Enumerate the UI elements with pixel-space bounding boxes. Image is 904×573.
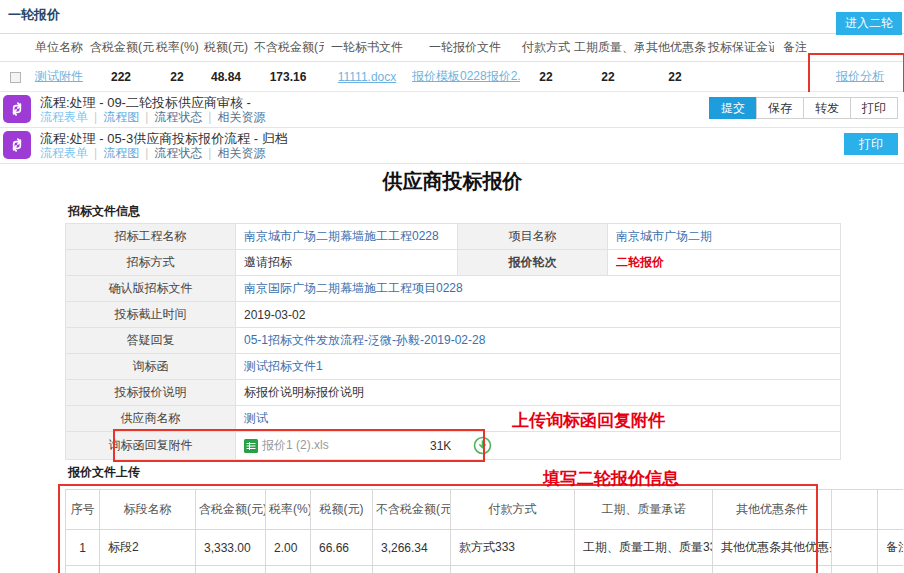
attachment-name[interactable]: 报价1 (2).xls [262,437,430,454]
header-amount-incl-tax: 含税金额(元) [88,34,154,62]
workflow-card-quote: 流程:处理 - 05-3供应商投标报价流程 - 归档 流程表单|流程图|流程状态… [0,128,904,164]
qt-cell-remark: 备注 [878,566,904,573]
qt-cell-spacer [832,530,878,566]
qt-cell-section-name: 标段1 [100,566,196,573]
qt-cell-tax-amount: 66.66 [311,530,373,566]
workflow-card-review: 流程:处理 - 09-二轮投标供应商审核 - 流程表单|流程图|流程状态|相关资… [0,92,904,128]
qt-cell-amount-incl-tax: 3,333,333.00 [196,566,266,573]
download-icon[interactable] [473,436,492,455]
qt-cell-quality-promise: 工期、质量工期、质量3333 [575,530,713,566]
field-value-quote-round: 二轮报价 [608,250,841,276]
qt-cell-index: 1 [66,530,100,566]
header-quality-promise: 工期质量、承诺 [572,34,644,62]
qt-header-tax-amount: 税额(元) [311,490,373,530]
quote-table-row: 2 标段1 3,333,333.00 3.00 99,999.99 3,233,… [66,566,904,573]
qt-cell-payment: 款方式333 [451,530,575,566]
field-label-attachment: 询标函回复附件 [109,438,193,452]
cell-quality-promise: 22 [572,62,644,92]
qt-header-remark [878,490,904,530]
qt-cell-tax-amount: 99,999.99 [311,566,373,573]
row-checkbox[interactable] [10,72,21,83]
field-value-supplier: 测试 [244,411,268,425]
qt-cell-quality-promise: 工期、质量4444 [575,566,713,573]
cell-other-terms: 22 [644,62,706,92]
attachment-size: 31K [430,439,451,453]
field-label-inquiry-letter: 询标函 [66,354,236,380]
field-label-project-name: 项目名称 [458,224,608,250]
workflow-link-diagram[interactable]: 流程图 [103,110,139,124]
header-tax-amount: 税额(元) [200,34,252,62]
cell-tax-rate: 22 [154,62,200,92]
qt-cell-other-terms: 其他优惠条其他优惠条44 [713,566,832,573]
field-label-project: 招标工程名称 [66,224,236,250]
field-value-deadline: 2019-03-02 [236,302,841,328]
qt-header-payment: 付款方式 [451,490,575,530]
qt-header-other-terms: 其他优惠条件 [713,490,832,530]
field-label-deadline: 投标截止时间 [66,302,236,328]
first-round-table: 单位名称 含税金额(元) 税率(%) 税额(元) 不含税金额(元) 一轮标书文件… [0,33,904,92]
qt-cell-amount-excl-tax: 3,233,333.01 [373,566,451,573]
header-bid-file: 一轮标书文件 [324,34,410,62]
field-label-bid-method: 招标方式 [66,250,236,276]
qt-cell-amount-incl-tax: 3,333.00 [196,530,266,566]
qt-cell-spacer [832,566,878,573]
workflow-link-form[interactable]: 流程表单 [40,146,88,160]
field-label-supplier: 供应商名称 [66,406,236,432]
print-button[interactable]: 打印 [844,133,898,155]
supplier-quote-form: 供应商投标报价 招标文件信息 招标工程名称 南京城市广场二期幕墙施工工程0228… [65,166,840,573]
qt-cell-tax-rate: 3.00 [266,566,311,573]
page-title: 供应商投标报价 [65,166,840,199]
field-value-project: 南京城市广场二期幕墙施工工程0228 [236,224,458,250]
cell-tax-amount: 48.84 [200,62,252,92]
workflow-link-status[interactable]: 流程状态 [154,146,202,160]
qt-header-amount-excl-tax: 不含税金额(元) [373,490,451,530]
first-round-data-row: 测试附件 222 22 48.84 173.16 11111.docx 报价模板… [0,62,904,92]
qt-cell-payment: 款方式4444 [451,566,575,573]
header-payment: 付款方式 [520,34,572,62]
qt-header-section-name: 标段名称 [100,490,196,530]
field-label-confirmed-doc: 确认版招标文件 [66,276,236,302]
field-value-quote-note: 标报价说明标报价说明 [236,380,841,406]
qt-cell-amount-excl-tax: 3,266.34 [373,530,451,566]
cell-amount-incl-tax: 222 [88,62,154,92]
first-round-title: 一轮报价 [0,0,904,24]
bid-file-link[interactable]: 11111.docx [338,70,397,84]
header-guarantee: 投标保证金证... [706,34,774,62]
bid-info-table: 招标工程名称 南京城市广场二期幕墙施工工程0228 项目名称 南京城市广场二期 … [65,223,841,460]
excel-file-icon [244,439,258,453]
qt-cell-tax-rate: 2.00 [266,530,311,566]
workflow-link-diagram[interactable]: 流程图 [103,146,139,160]
section-title-bid-info: 招标文件信息 [65,199,840,223]
header-unit-name: 单位名称 [30,34,88,62]
forward-button[interactable]: 转发 [803,97,851,119]
workflow-link-resources[interactable]: 相关资源 [217,110,265,124]
workflow-link-form[interactable]: 流程表单 [40,110,88,124]
quote-table-header-row: 序号 标段名称 含税金额(元) 税率(%) 税额(元) 不含税金额(元) 付款方… [66,490,904,530]
workflow-link-status[interactable]: 流程状态 [154,110,202,124]
submit-button[interactable]: 提交 [709,97,757,119]
first-round-header-row: 单位名称 含税金额(元) 税率(%) 税额(元) 不含税金额(元) 一轮标书文件… [0,34,904,62]
qt-cell-other-terms: 其他优惠条其他优惠条333 [713,530,832,566]
field-value-project-name: 南京城市广场二期 [608,224,841,250]
field-value-confirmed-doc: 南京国际广场二期幕墙施工工程项目0228 [236,276,841,302]
header-analysis-col [816,34,904,62]
workflow-link-resources[interactable]: 相关资源 [217,146,265,160]
print-button[interactable]: 打印 [850,97,898,119]
header-quote-file: 一轮报价文件 [410,34,520,62]
save-button[interactable]: 保存 [756,97,804,119]
field-label-quote-round: 报价轮次 [458,250,608,276]
annotation-fill: 填写二轮报价信息 [543,467,679,490]
unit-name-link[interactable]: 测试附件 [35,69,83,83]
qt-header-quality-promise: 工期、质量承诺 [575,490,713,530]
quote-table-row: 1 标段2 3,333.00 2.00 66.66 3,266.34 款方式33… [66,530,904,566]
qt-cell-index: 2 [66,566,100,573]
enter-second-round-button[interactable]: 进入二轮 [836,12,902,35]
cell-amount-excl-tax: 173.16 [252,62,324,92]
qt-cell-remark: 备注 [878,530,904,566]
quote-file-link[interactable]: 报价模板0228报价2.xls [412,69,520,83]
quote-analysis-link[interactable]: 报价分析 [836,69,884,83]
field-label-qa-reply: 答疑回复 [66,328,236,354]
qt-header-index: 序号 [66,490,100,530]
field-value-qa-reply: 05-1招标文件发放流程-泛微-孙毅-2019-02-28 [236,328,841,354]
field-label-quote-note: 投标报价说明 [66,380,236,406]
